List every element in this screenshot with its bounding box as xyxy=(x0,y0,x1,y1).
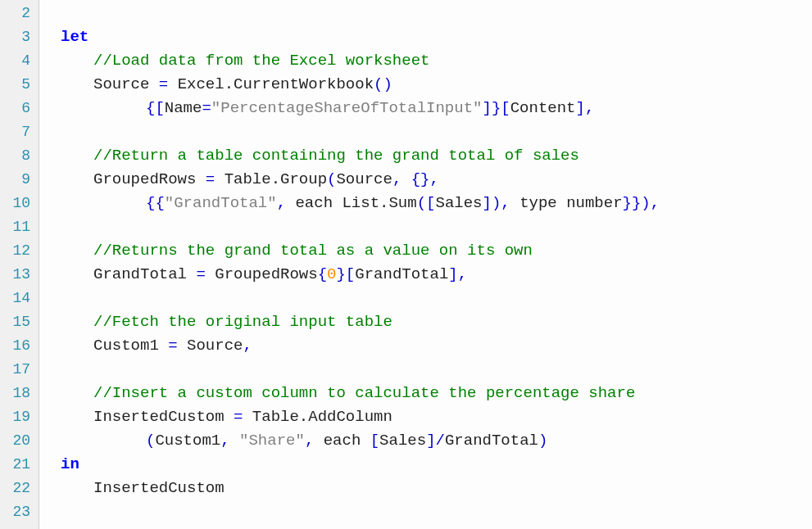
line-number: 6 xyxy=(0,97,39,120)
line-number: 10 xyxy=(0,192,39,215)
line-number: 3 xyxy=(0,25,39,49)
code-line[interactable] xyxy=(41,500,812,524)
code-line[interactable] xyxy=(41,215,812,239)
line-number: 22 xyxy=(0,477,39,500)
token-punct: }}), xyxy=(623,194,660,212)
line-number: 23 xyxy=(0,500,39,524)
line-number-gutter: 234567891011121314151617181920212223 xyxy=(0,0,39,529)
token-plain: Content xyxy=(510,99,576,117)
line-number: 19 xyxy=(0,405,39,429)
line-number: 9 xyxy=(0,168,39,192)
token-punct: , {}, xyxy=(392,170,439,188)
token-punct: = xyxy=(159,75,168,93)
token-punct: {{ xyxy=(146,194,165,212)
token-str: "Share" xyxy=(239,432,305,450)
line-number: 8 xyxy=(0,144,39,168)
line-number: 16 xyxy=(0,334,39,358)
line-number: 5 xyxy=(0,73,39,97)
line-number: 15 xyxy=(0,310,39,334)
code-line[interactable] xyxy=(41,120,812,144)
code-line[interactable]: Source = Excel.CurrentWorkbook() xyxy=(41,73,812,97)
code-line[interactable]: {[Name="PercentageShareOfTotalInput"]}[C… xyxy=(41,97,812,120)
code-line[interactable]: GroupedRows = Table.Group(Source, {}, xyxy=(41,168,812,192)
code-line[interactable]: //Fetch the original input table xyxy=(41,310,812,334)
token-plain: Sales xyxy=(436,194,483,212)
code-line[interactable]: //Return a table containing the grand to… xyxy=(41,144,812,168)
token-punct: , xyxy=(243,337,252,355)
code-line[interactable]: (Custom1, "Share", each [Sales]/GrandTot… xyxy=(41,429,812,453)
token-punct: ( xyxy=(146,432,155,450)
line-number: 20 xyxy=(0,429,39,453)
token-plain: Table.Group xyxy=(215,170,327,188)
token-num: 0 xyxy=(327,265,336,283)
token-plain: GroupedRows xyxy=(206,265,318,283)
line-number: 21 xyxy=(0,453,39,477)
token-punct: ( xyxy=(327,170,336,188)
token-plain: Custom1 xyxy=(155,432,220,450)
code-line[interactable]: {{"GrandTotal", each List.Sum([Sales]), … xyxy=(41,192,812,215)
token-punct: , xyxy=(220,432,239,450)
token-com: //Returns the grand total as a value on … xyxy=(93,242,533,260)
line-number: 18 xyxy=(0,382,39,405)
line-number: 14 xyxy=(0,287,39,310)
token-str: "PercentageShareOfTotalInput" xyxy=(211,99,483,117)
token-plain: Source xyxy=(93,75,159,93)
token-punct: {[ xyxy=(146,99,165,117)
token-plain: Custom1 xyxy=(93,337,168,355)
token-plain: InsertedCustom xyxy=(93,479,225,497)
token-punct: ]/ xyxy=(426,432,445,450)
token-plain: GrandTotal xyxy=(93,265,196,283)
token-punct: ], xyxy=(448,265,467,283)
code-line[interactable]: Custom1 = Source, xyxy=(41,334,812,358)
token-plain: Excel.CurrentWorkbook xyxy=(168,75,374,93)
code-line[interactable]: GrandTotal = GroupedRows{0}[GrandTotal], xyxy=(41,263,812,287)
line-number: 12 xyxy=(0,239,39,263)
token-com: //Fetch the original input table xyxy=(93,313,392,331)
token-plain: each xyxy=(314,432,370,450)
token-punct: ]}[ xyxy=(482,99,510,117)
code-line[interactable]: InsertedCustom xyxy=(41,477,812,500)
code-line[interactable]: InsertedCustom = Table.AddColumn xyxy=(41,405,812,429)
token-plain: Name xyxy=(165,99,202,117)
token-plain: Table.AddColumn xyxy=(243,408,392,426)
token-plain: GrandTotal xyxy=(445,432,538,450)
token-punct: { xyxy=(318,265,327,283)
code-line[interactable]: //Insert a custom column to calculate th… xyxy=(41,382,812,405)
token-punct: ) xyxy=(538,432,547,450)
code-line[interactable]: //Returns the grand total as a value on … xyxy=(41,239,812,263)
code-line[interactable] xyxy=(41,287,812,310)
token-punct: ], xyxy=(576,99,595,117)
token-com: //Insert a custom column to calculate th… xyxy=(93,384,635,402)
token-plain: Source xyxy=(178,337,243,355)
code-editor[interactable]: let//Load data from the Excel worksheetS… xyxy=(39,0,812,529)
code-line[interactable] xyxy=(41,358,812,382)
token-plain: type number xyxy=(510,194,623,212)
token-punct: , xyxy=(277,194,286,212)
line-number: 4 xyxy=(0,49,39,73)
code-line[interactable]: //Load data from the Excel worksheet xyxy=(41,49,812,73)
token-punct: ]), xyxy=(483,194,510,212)
line-number: 13 xyxy=(0,263,39,287)
token-plain: Sales xyxy=(379,432,426,450)
line-number: 17 xyxy=(0,358,39,382)
token-punct: }[ xyxy=(336,265,355,283)
token-punct: ([ xyxy=(417,194,436,212)
code-line[interactable] xyxy=(41,2,812,25)
token-punct: = xyxy=(206,170,215,188)
token-plain: GroupedRows xyxy=(93,170,206,188)
code-line[interactable]: in xyxy=(41,453,812,477)
token-punct: = xyxy=(168,337,177,355)
line-number: 2 xyxy=(0,2,39,25)
line-number: 7 xyxy=(0,120,39,144)
token-com: //Load data from the Excel worksheet xyxy=(93,52,429,70)
token-plain: each List.Sum xyxy=(286,194,417,212)
token-com: //Return a table containing the grand to… xyxy=(93,147,579,165)
token-punct: = xyxy=(196,265,205,283)
token-kw: in xyxy=(61,455,79,473)
code-line[interactable]: let xyxy=(41,25,812,49)
token-punct: [ xyxy=(370,432,379,450)
token-plain: GrandTotal xyxy=(355,265,448,283)
token-plain: InsertedCustom xyxy=(93,408,234,426)
token-punct: () xyxy=(374,75,392,93)
token-plain: Source xyxy=(336,170,392,188)
